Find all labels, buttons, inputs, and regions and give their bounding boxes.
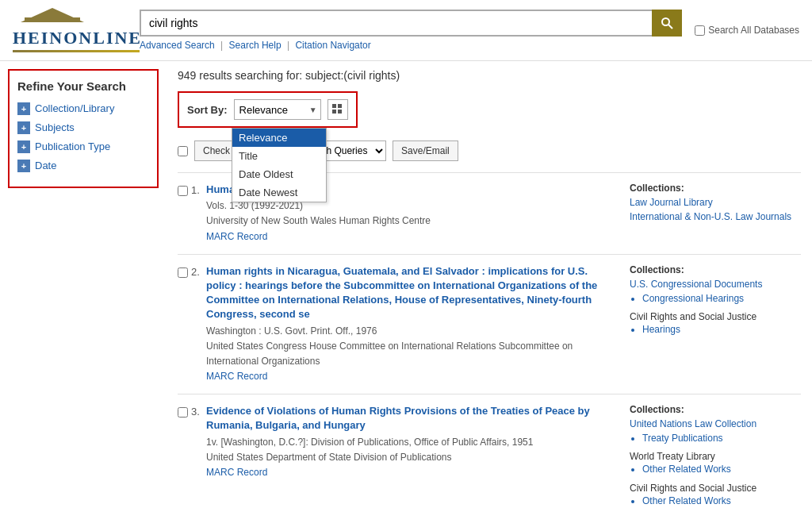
result-3-coll-civil-rights[interactable]: Civil Rights and Social Justice — [630, 483, 801, 494]
sidebar-item-subjects-label: Subjects — [35, 121, 75, 133]
search-button[interactable] — [652, 10, 682, 37]
result-3-num: 3. — [191, 406, 200, 418]
result-2-body: Human rights in Nicaragua, Guatemala, an… — [206, 264, 619, 385]
publication-type-plus-icon: + — [17, 140, 30, 153]
sep2: | — [287, 40, 292, 51]
search-icon — [661, 17, 673, 29]
sidebar-item-collection[interactable]: + Collection/Library — [17, 102, 149, 115]
sort-select-wrapper: Relevance Title Date Oldest Date Newest … — [234, 99, 321, 120]
result-2-checkbox[interactable] — [178, 267, 188, 278]
result-3-coll-world-subs: Other Related Works — [642, 462, 801, 477]
result-2-coll-hearings-1[interactable]: Congressional Hearings — [642, 291, 801, 306]
save-email-button[interactable]: Save/Email — [393, 140, 458, 161]
search-links: Advanced Search | Search Help | Citation… — [140, 40, 682, 51]
result-2-collections: Collections: U.S. Congressional Document… — [619, 264, 801, 385]
refine-title: Refine Your Search — [17, 79, 149, 94]
logo-text: HEINONLINE — [13, 28, 142, 48]
result-2-coll-label: Collections: — [630, 264, 801, 275]
search-area: Advanced Search | Search Help | Citation… — [140, 10, 682, 51]
result-1-num: 1. — [191, 184, 200, 196]
result-3-coll-civil-subs: Other Related Works — [642, 494, 801, 508]
result-3-coll-label: Collections: — [630, 404, 801, 415]
svg-rect-6 — [332, 110, 336, 114]
logo-area: HEINONLINE — [13, 8, 140, 52]
result-2-title[interactable]: Human rights in Nicaragua, Guatemala, an… — [206, 264, 619, 322]
svg-point-2 — [662, 18, 669, 25]
result-3-body: Evidence of Violations of Human Rights P… — [206, 404, 619, 508]
result-3-coll-world-treaty[interactable]: World Treaty Library — [630, 451, 801, 462]
logo-roof-icon — [13, 8, 92, 26]
result-1-meta: Vols. 1-30 (1992-2021) University of New… — [206, 198, 619, 244]
svg-rect-7 — [338, 110, 342, 114]
sort-dropdown-date-newest[interactable]: Date Newest — [232, 183, 326, 202]
content: 949 results searching for: subject:(civi… — [167, 61, 812, 508]
result-3-coll-un[interactable]: United Nations Law Collection — [630, 417, 801, 431]
result-2-coll-civil-subs: Hearings — [642, 322, 801, 337]
result-number-1: 1. — [178, 183, 206, 244]
search-all-checkbox[interactable] — [695, 25, 705, 36]
result-3-coll-civil-other[interactable]: Other Related Works — [642, 494, 801, 508]
result-1-checkbox[interactable] — [178, 186, 188, 196]
svg-rect-4 — [332, 104, 336, 108]
collection-plus-icon: + — [17, 102, 30, 115]
sep1: | — [220, 40, 225, 51]
grid-icon — [332, 104, 343, 115]
sidebar-item-subjects[interactable]: + Subjects — [17, 121, 149, 134]
result-1-collections: Collections: Law Journal Library Interna… — [619, 183, 801, 244]
sidebar-item-publication-type-label: Publication Type — [35, 140, 110, 152]
grid-view-button[interactable] — [327, 99, 348, 120]
result-3-collections: Collections: United Nations Law Collecti… — [619, 404, 801, 508]
search-all-label: Search All Databases — [708, 25, 799, 36]
result-2-meta: Washington : U.S. Govt. Print. Off., 197… — [206, 324, 619, 385]
svg-rect-5 — [338, 104, 342, 108]
result-item-2: 2. Human rights in Nicaragua, Guatemala,… — [178, 254, 801, 394]
sidebar-item-collection-label: Collection/Library — [35, 102, 114, 114]
result-3-meta: 1v. [Washington, D.C.?]: Division of Pub… — [206, 435, 619, 481]
sidebar: Refine Your Search + Collection/Library … — [8, 69, 159, 188]
citation-navigator-link[interactable]: Citation Navigator — [295, 40, 370, 51]
subjects-plus-icon: + — [17, 121, 30, 134]
result-1-coll-label: Collections: — [630, 183, 801, 194]
result-2-coll-congressional-subs: Congressional Hearings — [642, 291, 801, 306]
result-3-coll-un-subs: Treaty Publications — [642, 431, 801, 446]
result-3-coll-world-other[interactable]: Other Related Works — [642, 462, 801, 477]
header: HEINONLINE Advanced Search | Search Help… — [0, 0, 812, 61]
sort-dropdown-title[interactable]: Title — [232, 147, 326, 165]
search-help-link[interactable]: Search Help — [229, 40, 282, 51]
results-summary: 949 results searching for: subject:(civi… — [178, 69, 801, 82]
result-1-coll-intl[interactable]: International & Non-U.S. Law Journals — [630, 210, 801, 224]
sort-bar: Sort By: Relevance Title Date Oldest Dat… — [178, 91, 358, 128]
sort-dropdown-date-oldest[interactable]: Date Oldest — [232, 165, 326, 183]
result-3-checkbox[interactable] — [178, 407, 188, 418]
result-1-coll-law-journal[interactable]: Law Journal Library — [630, 195, 801, 210]
svg-line-3 — [668, 25, 672, 29]
result-2-coll-hearings-2[interactable]: Hearings — [642, 322, 801, 337]
result-2-coll-civil-rights[interactable]: Civil Rights and Social Justice — [630, 311, 801, 322]
result-3-title[interactable]: Evidence of Violations of Human Rights P… — [206, 404, 619, 433]
date-plus-icon: + — [17, 160, 30, 172]
logo-box: HEINONLINE — [13, 8, 140, 52]
svg-rect-1 — [25, 17, 80, 22]
sort-select[interactable]: Relevance Title Date Oldest Date Newest — [234, 99, 321, 120]
result-3-marc[interactable]: MARC Record — [206, 467, 267, 478]
main-layout: Refine Your Search + Collection/Library … — [0, 61, 812, 508]
sort-dropdown: Relevance Title Date Oldest Date Newest — [232, 128, 327, 202]
sidebar-item-publication-type[interactable]: + Publication Type — [17, 140, 149, 153]
sidebar-item-date[interactable]: + Date — [17, 160, 149, 172]
result-2-marc[interactable]: MARC Record — [206, 371, 267, 382]
sort-dropdown-relevance[interactable]: Relevance — [232, 129, 326, 147]
sidebar-item-date-label: Date — [35, 160, 56, 171]
advanced-search-link[interactable]: Advanced Search — [140, 40, 215, 51]
result-number-3: 3. — [178, 404, 206, 508]
result-item-3: 3. Evidence of Violations of Human Right… — [178, 394, 801, 508]
result-2-coll-congressional[interactable]: U.S. Congressional Documents — [630, 277, 801, 291]
sort-label: Sort By: — [187, 104, 228, 116]
select-all-checkbox[interactable] — [178, 146, 188, 156]
result-number-2: 2. — [178, 264, 206, 385]
result-3-coll-treaty-pub[interactable]: Treaty Publications — [642, 431, 801, 446]
search-input[interactable] — [140, 10, 652, 37]
result-2-num: 2. — [191, 266, 200, 278]
result-1-marc[interactable]: MARC Record — [206, 231, 267, 242]
search-all-area: Search All Databases — [695, 25, 799, 36]
search-row — [140, 10, 682, 37]
